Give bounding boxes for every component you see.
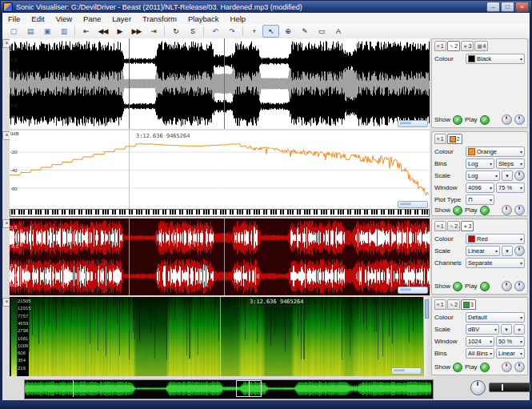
- normalize-button[interactable]: ▼: [501, 324, 512, 335]
- play-check-icon[interactable]: ✓: [480, 282, 490, 291]
- gain-dial[interactable]: [514, 205, 525, 215]
- volume-slider[interactable]: [489, 383, 530, 392]
- colour-rotate-button[interactable]: ∗: [514, 324, 525, 335]
- pane2-colour-select[interactable]: Orange ▾: [466, 146, 525, 157]
- toolbar-tool-edit-button[interactable]: ⊕: [279, 25, 296, 38]
- menu-view[interactable]: View: [50, 14, 78, 23]
- overview-canvas[interactable]: [25, 380, 431, 397]
- play-check-icon[interactable]: ✓: [480, 206, 490, 215]
- window-overlap-select[interactable]: 75 % ▾: [496, 182, 525, 193]
- toolbar-open-button[interactable]: ▤: [22, 25, 38, 38]
- toolbar-tool-select-button[interactable]: ↖: [262, 25, 279, 38]
- toolbar-fast-forward-button[interactable]: ▶▶: [128, 25, 145, 38]
- menu-file[interactable]: File: [2, 14, 26, 23]
- bins-display-select[interactable]: Steps ▾: [496, 158, 525, 169]
- menu-help[interactable]: Help: [225, 14, 252, 23]
- gain-dial[interactable]: [514, 281, 525, 291]
- channels-label: Channels: [434, 259, 464, 267]
- waveform-canvas-1[interactable]: [10, 38, 430, 129]
- layer-tab-3[interactable]: ∗3: [461, 41, 474, 51]
- toolbar-tool-navigate-button[interactable]: +: [246, 25, 262, 38]
- toolbar-tool-draw-button[interactable]: ✎: [296, 25, 313, 38]
- pane4-colour-select[interactable]: Default ▾: [466, 312, 525, 323]
- window-size-select[interactable]: 1024 ▾: [466, 336, 494, 347]
- waveform-canvas-3[interactable]: [10, 219, 430, 295]
- maximize-button[interactable]: □: [501, 2, 514, 12]
- pane4-scrollbar[interactable]: [391, 367, 422, 375]
- window-size-select[interactable]: 4096 ▾: [466, 182, 494, 193]
- toolbar-tool-erase-button[interactable]: ▭: [313, 25, 330, 38]
- toolbar-solo-button[interactable]: S: [184, 25, 201, 38]
- pan-dial[interactable]: [502, 362, 512, 372]
- show-check-icon[interactable]: ✓: [453, 282, 462, 291]
- layer-tab-1[interactable]: ≡1: [434, 41, 446, 51]
- layer-tab-1[interactable]: ≡1: [434, 299, 446, 310]
- pane-1-waveform-black[interactable]: 0.50.0-0.50.50.0-0.5: [10, 38, 430, 129]
- pane-3-waveform-red[interactable]: 0.50.0-0.50.50.0-0.5: [10, 219, 430, 295]
- window-overlap-select[interactable]: 50 % ▾: [496, 336, 525, 347]
- gain-dial[interactable]: [514, 114, 525, 125]
- layer-tab-3[interactable]: ∗3: [461, 221, 474, 231]
- pan-dial[interactable]: [502, 114, 512, 125]
- toolbar-export-audio-button[interactable]: ▥: [55, 25, 72, 38]
- pane2-scrollbar[interactable]: [398, 201, 428, 208]
- toolbar-tool-measure-button[interactable]: A: [330, 25, 346, 38]
- layer-tab-2[interactable]: ∿2: [447, 299, 460, 310]
- menu-playback[interactable]: Playback: [182, 14, 225, 23]
- toolbar-toggle-loop-button[interactable]: ↻: [167, 25, 184, 38]
- channels-select[interactable]: Separate ▾: [466, 258, 525, 268]
- bins-select[interactable]: All Bins ▾: [466, 348, 494, 359]
- spectrogram-canvas[interactable]: [29, 297, 424, 376]
- normalize-button[interactable]: ▼: [502, 246, 513, 256]
- layer-tab-3[interactable]: 3: [461, 299, 476, 310]
- toolbar-save-session-button[interactable]: ▣: [38, 25, 55, 38]
- scale-select[interactable]: Linear ▾: [466, 246, 500, 256]
- menu-layer[interactable]: Layer: [106, 14, 137, 23]
- layer-tab-1[interactable]: ≡1: [434, 134, 446, 144]
- bins-scale-select[interactable]: Linear ▾: [496, 348, 525, 359]
- pane-2-spectrum[interactable]: 0dB-20-40-60 3:12.636 9465264: [10, 130, 430, 217]
- pane1-scrollbar[interactable]: [398, 120, 428, 127]
- pan-dial[interactable]: [502, 205, 512, 215]
- pan-dial[interactable]: [502, 281, 512, 291]
- show-check-icon[interactable]: ✓: [453, 206, 462, 215]
- plot-type-select[interactable]: ⊓ ▾: [466, 194, 494, 205]
- minimize-button[interactable]: –: [486, 2, 500, 12]
- layer-tab-1[interactable]: ≡1: [434, 221, 446, 231]
- layer-tab-2[interactable]: ∿2: [447, 221, 460, 231]
- gain-dial[interactable]: [514, 246, 525, 256]
- toolbar-new-session-button[interactable]: ▢: [5, 25, 22, 38]
- toolbar-redo-button[interactable]: ↷: [223, 25, 240, 38]
- pane3-scrollbar[interactable]: [398, 287, 428, 294]
- playback-speed-dial[interactable]: [470, 380, 486, 395]
- toolbar-play-button[interactable]: ▶: [111, 25, 128, 38]
- show-check-icon[interactable]: ✓: [453, 363, 462, 372]
- close-button[interactable]: ×: [515, 2, 529, 12]
- gain-dial[interactable]: [514, 362, 525, 372]
- layer-tab-2[interactable]: 2: [447, 134, 462, 144]
- scale-select[interactable]: dBV ▾: [466, 324, 499, 335]
- gain-dial[interactable]: [514, 170, 525, 181]
- play-check-icon[interactable]: ✓: [480, 363, 490, 372]
- pane4-vertical-scrollbar[interactable]: [423, 297, 430, 376]
- menu-pane[interactable]: Pane: [78, 14, 106, 23]
- spectrum-canvas[interactable]: [10, 130, 430, 217]
- normalize-button[interactable]: ▼: [502, 170, 513, 181]
- overview-strip[interactable]: [24, 379, 434, 399]
- title-bar[interactable]: Sonic Visualiser: G:/DevilDriver - Beast…: [1, 1, 531, 13]
- toolbar-undo-button[interactable]: ↶: [206, 25, 223, 38]
- pane-4-spectrogram[interactable]: 215051291577574659279816811009606364219 …: [10, 297, 430, 376]
- pane3-colour-select[interactable]: Red ▾: [466, 234, 525, 244]
- toolbar-forward-to-end-button[interactable]: ⇥: [145, 25, 162, 38]
- scale-select[interactable]: Log ▾: [466, 170, 500, 181]
- toolbar-rewind-button[interactable]: ◀◀: [94, 25, 111, 38]
- toolbar-rewind-to-start-button[interactable]: ⇤: [78, 25, 94, 38]
- layer-tab-2[interactable]: ∿2: [447, 41, 460, 51]
- menu-edit[interactable]: Edit: [26, 14, 50, 23]
- layer-tab-4[interactable]: ▦4: [474, 41, 488, 51]
- pane1-colour-select[interactable]: Black ▾: [466, 54, 525, 64]
- menu-transform[interactable]: Transform: [137, 14, 182, 23]
- play-check-icon[interactable]: ✓: [480, 115, 490, 125]
- show-check-icon[interactable]: ✓: [453, 115, 462, 125]
- bins-select[interactable]: Log ▾: [466, 158, 494, 169]
